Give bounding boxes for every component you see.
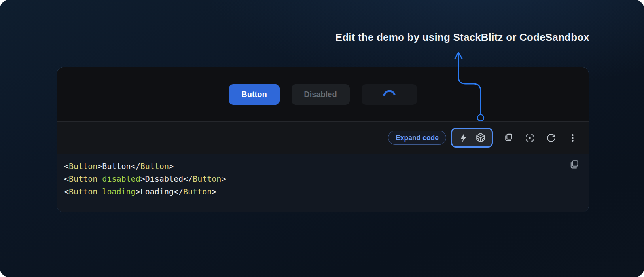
code-token: > [221,174,226,184]
copy-code-button[interactable] [502,129,514,146]
code-token: > [136,187,140,196]
edit-online-group [451,128,493,148]
code-token: </ [183,174,193,184]
copy-code-snippet-button[interactable] [568,159,580,171]
code-token: Button [193,174,221,184]
stackblitz-button[interactable] [455,129,472,146]
kebab-menu-icon [568,133,578,143]
copy-icon [503,133,513,143]
code-line: <Button>Button</Button> [64,160,565,173]
code-token: > [97,161,102,171]
demo-disabled-button[interactable]: Disabled [292,84,350,105]
code-token: < [64,174,69,184]
code-token: Button [69,161,97,171]
code-token: loading [97,187,135,196]
arrow-head-icon [455,53,462,59]
refresh-icon [546,133,556,143]
demo-toolbar: Expand code [57,121,589,154]
code-token: Button [69,187,97,196]
code-token: Disabled [145,174,183,184]
demo-primary-button[interactable]: Button [229,84,280,105]
focus-center-icon [525,133,535,143]
loading-spinner-icon [383,88,396,101]
component-demo-card: Button Disabled Expand code [57,67,589,212]
demo-preview-area: Button Disabled [57,67,589,121]
code-token: < [64,187,69,196]
code-token: Button [69,174,97,184]
expand-code-button[interactable]: Expand code [388,131,446,145]
code-token: </ [131,161,140,171]
more-actions-button[interactable] [566,129,578,146]
code-token: > [169,161,174,171]
code-token: < [64,161,69,171]
focus-demo-button[interactable] [524,129,536,146]
refresh-demo-button[interactable] [545,129,557,146]
code-token: Button [102,161,131,171]
code-token: Loading [140,187,174,196]
demo-loading-button[interactable] [362,84,417,105]
code-token: disabled [97,174,140,184]
copy-icon [568,159,580,170]
codesandbox-cube-icon [475,133,486,143]
code-line: <Button disabled>Disabled</Button> [64,173,565,185]
codesandbox-button[interactable] [472,129,489,146]
code-token: > [212,187,216,196]
stackblitz-lightning-icon [458,133,468,143]
code-token: Button [183,187,212,196]
code-token: Button [140,161,169,171]
code-line: <Button loading>Loading</Button> [64,185,565,198]
annotation-text: Edit the demo by using StackBlitz or Cod… [335,31,589,44]
code-block: <Button>Button</Button> <Button disabled… [57,154,589,212]
docs-page: Edit the demo by using StackBlitz or Cod… [0,0,644,277]
code-token: > [140,174,145,184]
code-token: </ [174,187,183,196]
